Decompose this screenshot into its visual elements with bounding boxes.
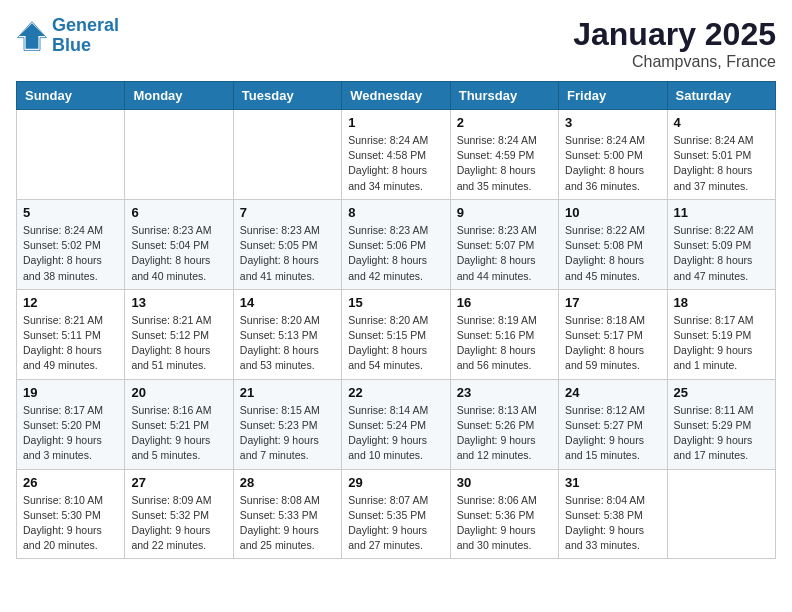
- calendar-cell: 25Sunrise: 8:11 AM Sunset: 5:29 PM Dayli…: [667, 379, 775, 469]
- day-number: 17: [565, 295, 660, 310]
- day-number: 9: [457, 205, 552, 220]
- day-number: 10: [565, 205, 660, 220]
- calendar-cell: 2Sunrise: 8:24 AM Sunset: 4:59 PM Daylig…: [450, 110, 558, 200]
- day-info: Sunrise: 8:23 AM Sunset: 5:04 PM Dayligh…: [131, 223, 226, 284]
- day-info: Sunrise: 8:12 AM Sunset: 5:27 PM Dayligh…: [565, 403, 660, 464]
- logo-icon: [16, 20, 48, 52]
- day-info: Sunrise: 8:23 AM Sunset: 5:05 PM Dayligh…: [240, 223, 335, 284]
- calendar-cell: [17, 110, 125, 200]
- calendar-cell: 20Sunrise: 8:16 AM Sunset: 5:21 PM Dayli…: [125, 379, 233, 469]
- day-info: Sunrise: 8:14 AM Sunset: 5:24 PM Dayligh…: [348, 403, 443, 464]
- calendar-cell: 1Sunrise: 8:24 AM Sunset: 4:58 PM Daylig…: [342, 110, 450, 200]
- day-number: 2: [457, 115, 552, 130]
- logo-text: General Blue: [52, 16, 119, 56]
- day-number: 18: [674, 295, 769, 310]
- calendar-cell: [233, 110, 341, 200]
- day-number: 4: [674, 115, 769, 130]
- logo-line2: Blue: [52, 35, 91, 55]
- weekday-header-sunday: Sunday: [17, 82, 125, 110]
- calendar-cell: 11Sunrise: 8:22 AM Sunset: 5:09 PM Dayli…: [667, 199, 775, 289]
- day-number: 26: [23, 475, 118, 490]
- weekday-header-tuesday: Tuesday: [233, 82, 341, 110]
- day-number: 16: [457, 295, 552, 310]
- day-info: Sunrise: 8:21 AM Sunset: 5:11 PM Dayligh…: [23, 313, 118, 374]
- calendar-cell: 31Sunrise: 8:04 AM Sunset: 5:38 PM Dayli…: [559, 469, 667, 559]
- calendar-cell: 4Sunrise: 8:24 AM Sunset: 5:01 PM Daylig…: [667, 110, 775, 200]
- weekday-header-row: SundayMondayTuesdayWednesdayThursdayFrid…: [17, 82, 776, 110]
- day-number: 30: [457, 475, 552, 490]
- calendar-cell: 17Sunrise: 8:18 AM Sunset: 5:17 PM Dayli…: [559, 289, 667, 379]
- calendar-cell: 6Sunrise: 8:23 AM Sunset: 5:04 PM Daylig…: [125, 199, 233, 289]
- calendar-cell: 23Sunrise: 8:13 AM Sunset: 5:26 PM Dayli…: [450, 379, 558, 469]
- day-info: Sunrise: 8:20 AM Sunset: 5:15 PM Dayligh…: [348, 313, 443, 374]
- day-number: 29: [348, 475, 443, 490]
- calendar-cell: 27Sunrise: 8:09 AM Sunset: 5:32 PM Dayli…: [125, 469, 233, 559]
- calendar-cell: 21Sunrise: 8:15 AM Sunset: 5:23 PM Dayli…: [233, 379, 341, 469]
- title-block: January 2025 Champvans, France: [573, 16, 776, 71]
- day-info: Sunrise: 8:22 AM Sunset: 5:09 PM Dayligh…: [674, 223, 769, 284]
- day-info: Sunrise: 8:17 AM Sunset: 5:19 PM Dayligh…: [674, 313, 769, 374]
- day-number: 13: [131, 295, 226, 310]
- day-number: 12: [23, 295, 118, 310]
- day-info: Sunrise: 8:24 AM Sunset: 4:58 PM Dayligh…: [348, 133, 443, 194]
- svg-marker-0: [19, 23, 45, 49]
- day-number: 3: [565, 115, 660, 130]
- calendar-cell: 3Sunrise: 8:24 AM Sunset: 5:00 PM Daylig…: [559, 110, 667, 200]
- weekday-header-friday: Friday: [559, 82, 667, 110]
- day-number: 31: [565, 475, 660, 490]
- week-row-4: 19Sunrise: 8:17 AM Sunset: 5:20 PM Dayli…: [17, 379, 776, 469]
- weekday-header-saturday: Saturday: [667, 82, 775, 110]
- day-number: 23: [457, 385, 552, 400]
- day-number: 25: [674, 385, 769, 400]
- location: Champvans, France: [573, 53, 776, 71]
- day-info: Sunrise: 8:10 AM Sunset: 5:30 PM Dayligh…: [23, 493, 118, 554]
- weekday-header-monday: Monday: [125, 82, 233, 110]
- week-row-5: 26Sunrise: 8:10 AM Sunset: 5:30 PM Dayli…: [17, 469, 776, 559]
- calendar-cell: 8Sunrise: 8:23 AM Sunset: 5:06 PM Daylig…: [342, 199, 450, 289]
- day-number: 5: [23, 205, 118, 220]
- calendar-cell: 10Sunrise: 8:22 AM Sunset: 5:08 PM Dayli…: [559, 199, 667, 289]
- week-row-3: 12Sunrise: 8:21 AM Sunset: 5:11 PM Dayli…: [17, 289, 776, 379]
- day-number: 7: [240, 205, 335, 220]
- calendar-cell: 26Sunrise: 8:10 AM Sunset: 5:30 PM Dayli…: [17, 469, 125, 559]
- day-number: 1: [348, 115, 443, 130]
- day-info: Sunrise: 8:08 AM Sunset: 5:33 PM Dayligh…: [240, 493, 335, 554]
- page-header: General Blue January 2025 Champvans, Fra…: [16, 16, 776, 71]
- day-info: Sunrise: 8:23 AM Sunset: 5:07 PM Dayligh…: [457, 223, 552, 284]
- day-info: Sunrise: 8:07 AM Sunset: 5:35 PM Dayligh…: [348, 493, 443, 554]
- calendar-table: SundayMondayTuesdayWednesdayThursdayFrid…: [16, 81, 776, 559]
- calendar-cell: 29Sunrise: 8:07 AM Sunset: 5:35 PM Dayli…: [342, 469, 450, 559]
- day-number: 11: [674, 205, 769, 220]
- day-number: 15: [348, 295, 443, 310]
- weekday-header-wednesday: Wednesday: [342, 82, 450, 110]
- day-number: 14: [240, 295, 335, 310]
- calendar-cell: 16Sunrise: 8:19 AM Sunset: 5:16 PM Dayli…: [450, 289, 558, 379]
- calendar-cell: 14Sunrise: 8:20 AM Sunset: 5:13 PM Dayli…: [233, 289, 341, 379]
- day-number: 22: [348, 385, 443, 400]
- day-number: 28: [240, 475, 335, 490]
- day-info: Sunrise: 8:23 AM Sunset: 5:06 PM Dayligh…: [348, 223, 443, 284]
- month-title: January 2025: [573, 16, 776, 53]
- day-info: Sunrise: 8:09 AM Sunset: 5:32 PM Dayligh…: [131, 493, 226, 554]
- day-number: 6: [131, 205, 226, 220]
- day-number: 8: [348, 205, 443, 220]
- calendar-cell: 28Sunrise: 8:08 AM Sunset: 5:33 PM Dayli…: [233, 469, 341, 559]
- day-info: Sunrise: 8:24 AM Sunset: 5:02 PM Dayligh…: [23, 223, 118, 284]
- calendar-cell: 9Sunrise: 8:23 AM Sunset: 5:07 PM Daylig…: [450, 199, 558, 289]
- calendar-cell: 22Sunrise: 8:14 AM Sunset: 5:24 PM Dayli…: [342, 379, 450, 469]
- calendar-cell: 7Sunrise: 8:23 AM Sunset: 5:05 PM Daylig…: [233, 199, 341, 289]
- calendar-cell: 19Sunrise: 8:17 AM Sunset: 5:20 PM Dayli…: [17, 379, 125, 469]
- day-number: 24: [565, 385, 660, 400]
- day-info: Sunrise: 8:20 AM Sunset: 5:13 PM Dayligh…: [240, 313, 335, 374]
- day-info: Sunrise: 8:04 AM Sunset: 5:38 PM Dayligh…: [565, 493, 660, 554]
- calendar-cell: 15Sunrise: 8:20 AM Sunset: 5:15 PM Dayli…: [342, 289, 450, 379]
- day-number: 20: [131, 385, 226, 400]
- calendar-cell: 13Sunrise: 8:21 AM Sunset: 5:12 PM Dayli…: [125, 289, 233, 379]
- day-number: 27: [131, 475, 226, 490]
- calendar-cell: [125, 110, 233, 200]
- day-number: 19: [23, 385, 118, 400]
- day-info: Sunrise: 8:13 AM Sunset: 5:26 PM Dayligh…: [457, 403, 552, 464]
- week-row-1: 1Sunrise: 8:24 AM Sunset: 4:58 PM Daylig…: [17, 110, 776, 200]
- day-number: 21: [240, 385, 335, 400]
- calendar-cell: 5Sunrise: 8:24 AM Sunset: 5:02 PM Daylig…: [17, 199, 125, 289]
